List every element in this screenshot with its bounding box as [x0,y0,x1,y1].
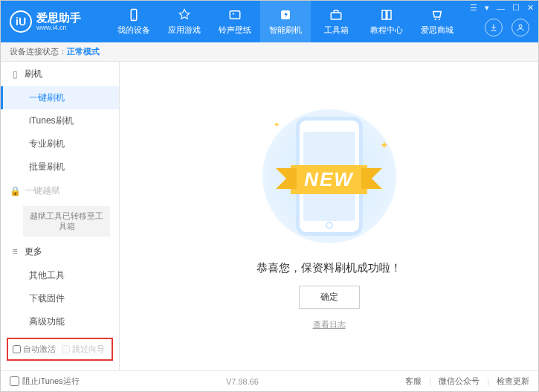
menu-icon[interactable]: ☰ [470,3,477,13]
new-ribbon: NEW [248,165,411,194]
app-url: www.i4.cn [36,24,81,31]
svg-point-8 [519,25,522,28]
main-content: ✦ ✦ NEW 恭喜您，保资料刷机成功啦！ 确定 查看日志 [120,62,538,370]
nav-tabs: 我的设备 应用游戏 铃声壁纸 智能刷机 工具箱 教程中心 爱思商城 [109,1,462,42]
status-bar: 设备连接状态： 正常模式 [1,42,538,62]
flash-icon [278,7,293,22]
footer: 阻止iTunes运行 V7.98.66 客服 | 微信公众号 | 检查更新 [1,370,538,391]
maximize-icon[interactable]: ☐ [512,3,520,13]
phone-icon [126,7,141,22]
device-name: ▯ iPhone 15 Pro Max [8,370,112,370]
device-info[interactable]: ▯ iPhone 15 Pro Max 512GB iPhone [1,365,119,370]
svg-rect-5 [331,13,341,19]
footer-link-update[interactable]: 检查更新 [497,376,529,387]
sidebar-item-pro-flash[interactable]: 专业刷机 [1,132,119,155]
toolbox-icon [329,7,343,22]
lock-icon: 🔒 [10,186,20,196]
sidebar-item-download-firmware[interactable]: 下载固件 [1,287,119,310]
block-itunes-checkbox[interactable]: 阻止iTunes运行 [10,376,80,387]
device-icon: ▯ [8,370,13,370]
success-message: 恭喜您，保资料刷机成功啦！ [256,261,401,275]
app-header: iᑌ 爱思助手 www.i4.cn 我的设备 应用游戏 铃声壁纸 智能刷机 工具… [1,1,538,42]
sidebar: ▯ 刷机 一键刷机 iTunes刷机 专业刷机 批量刷机 🔒 一键越狱 越狱工具… [1,62,120,370]
svg-point-1 [133,19,135,20]
status-value: 正常模式 [67,46,100,57]
version-label: V7.98.66 [226,377,259,386]
svg-point-7 [439,19,440,20]
sidebar-item-itunes-flash[interactable]: iTunes刷机 [1,109,119,132]
jailbreak-note: 越狱工具已转移至工具箱 [23,206,110,237]
svg-rect-2 [230,11,240,19]
app-icon [177,7,192,22]
sidebar-item-onekey-flash[interactable]: 一键刷机 [1,86,119,109]
skin-icon[interactable]: ▾ [485,3,489,13]
cart-icon [430,7,445,22]
minimize-icon[interactable]: — [497,4,505,13]
sparkle-icon: ✦ [380,139,389,151]
window-controls: ☰ ▾ — ☐ ✕ [470,3,534,13]
tab-apps-games[interactable]: 应用游戏 [159,1,210,42]
sidebar-item-batch-flash[interactable]: 批量刷机 [1,155,119,179]
sidebar-section-jailbreak[interactable]: 🔒 一键越狱 [1,179,119,203]
sparkle-icon: ✦ [274,121,280,129]
logo-area: iᑌ 爱思助手 www.i4.cn [1,10,109,33]
success-illustration: ✦ ✦ NEW [248,102,411,251]
app-name: 爱思助手 [36,12,81,25]
highlighted-checkbox-area: 自动激活 跳过向导 [7,338,113,361]
sidebar-section-flash[interactable]: ▯ 刷机 [1,62,119,86]
sidebar-item-other-tools[interactable]: 其他工具 [1,264,119,287]
checkbox-skip-guide[interactable]: 跳过向导 [62,344,105,355]
tab-my-device[interactable]: 我的设备 [109,1,159,42]
image-icon [227,7,242,22]
status-label: 设备连接状态： [10,46,67,57]
tab-ringtone-wallpaper[interactable]: 铃声壁纸 [210,1,260,42]
view-log-link[interactable]: 查看日志 [313,319,346,330]
list-icon: ≡ [10,246,20,257]
svg-point-6 [435,19,436,20]
sidebar-section-more[interactable]: ≡ 更多 [1,240,119,264]
sidebar-item-advanced[interactable]: 高级功能 [1,310,119,333]
tab-toolbox[interactable]: 工具箱 [311,1,361,42]
checkbox-auto-activate[interactable]: 自动激活 [13,344,56,355]
user-button[interactable] [511,19,529,36]
svg-point-3 [233,13,234,14]
phone-small-icon: ▯ [10,69,20,80]
tab-store[interactable]: 爱思商城 [412,1,462,42]
download-button[interactable] [485,19,503,36]
tab-smart-flash[interactable]: 智能刷机 [260,1,311,42]
confirm-button[interactable]: 确定 [299,286,360,309]
book-icon [379,7,394,22]
close-icon[interactable]: ✕ [527,3,534,13]
footer-link-wechat[interactable]: 微信公众号 [439,376,480,387]
tab-tutorials[interactable]: 教程中心 [361,1,412,42]
footer-link-support[interactable]: 客服 [405,376,422,387]
logo-icon: iᑌ [10,10,32,33]
